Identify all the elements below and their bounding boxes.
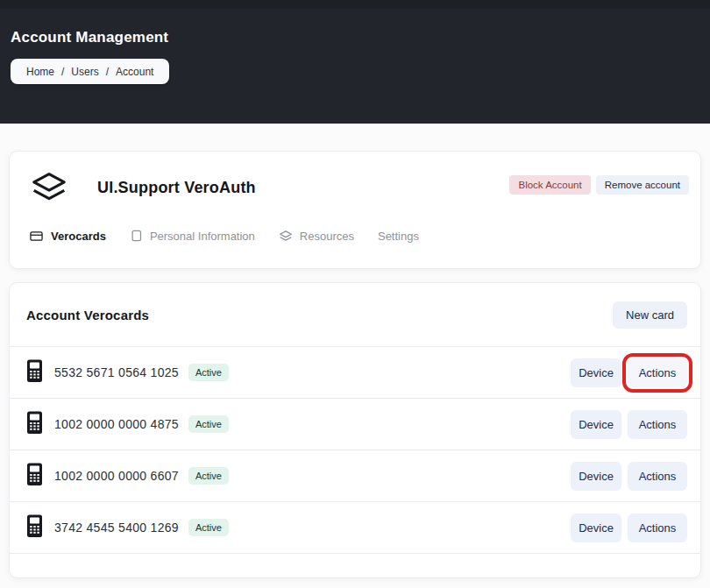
actions-button[interactable]: Actions [628, 462, 687, 491]
card-number: 3742 4545 5400 1269 [54, 521, 179, 535]
verocards-card: Account Verocards New card 5532 5671 056… [9, 282, 701, 578]
credit-card-icon [29, 230, 44, 243]
status-badge: Active [188, 519, 229, 536]
new-card-button[interactable]: New card [613, 301, 687, 329]
tab-settings[interactable]: Settings [378, 230, 419, 243]
actions-button-highlighted[interactable]: Actions [628, 358, 687, 387]
breadcrumb-separator: / [61, 66, 64, 78]
profile-tabs: Verocards Personal Information Resour [29, 229, 689, 243]
account-name: UI.Support VeroAuth [97, 179, 509, 197]
layers-logo-icon [29, 170, 69, 205]
actions-button[interactable]: Actions [628, 514, 687, 542]
device-button[interactable]: Device [571, 410, 621, 439]
breadcrumb: Home / Users / Account [11, 59, 169, 84]
profile-card: UI.Support VeroAuth Block Account Remove… [9, 151, 701, 269]
actions-button[interactable]: Actions [628, 410, 687, 439]
tab-label: Verocards [51, 230, 106, 243]
device-button[interactable]: Device [571, 358, 621, 387]
tab-verocards[interactable]: Verocards [29, 230, 106, 243]
file-icon [130, 229, 143, 243]
tab-resources[interactable]: Resources [279, 230, 354, 243]
verocard-row: 5532 5671 0564 1025 Active Device Action… [10, 347, 700, 399]
verocard-row: 1002 0000 0000 4875 Active Device Action… [10, 399, 700, 450]
tab-label: Settings [378, 230, 419, 243]
device-button[interactable]: Device [571, 462, 621, 491]
card-number: 1002 0000 0000 4875 [54, 417, 179, 431]
layers-icon [279, 230, 293, 243]
page-header: Account Management Home / Users / Accoun… [0, 0, 710, 124]
tab-personal-information[interactable]: Personal Information [130, 229, 255, 243]
breadcrumb-users[interactable]: Users [71, 66, 98, 78]
status-badge: Active [188, 415, 229, 433]
card-number: 1002 0000 0000 6607 [54, 469, 179, 483]
card-number: 5532 5671 0564 1025 [54, 365, 179, 379]
card-footer-spacer [10, 554, 700, 571]
status-badge: Active [188, 364, 229, 381]
calculator-icon [26, 359, 45, 386]
calculator-icon [26, 463, 45, 490]
verocard-row: 3742 4545 5400 1269 Active Device Action… [10, 502, 700, 554]
remove-account-button[interactable]: Remove account [596, 175, 689, 195]
tab-label: Personal Information [150, 230, 255, 243]
status-badge: Active [188, 467, 229, 485]
page-title: Account Management [11, 29, 699, 46]
block-account-button[interactable]: Block Account [509, 175, 590, 195]
breadcrumb-separator: / [106, 66, 109, 78]
main-content: UI.Support VeroAuth Block Account Remove… [0, 124, 710, 578]
verocard-row: 1002 0000 0000 6607 Active Device Action… [10, 450, 700, 502]
breadcrumb-home[interactable]: Home [26, 66, 54, 78]
breadcrumb-account: Account [116, 66, 153, 78]
calculator-icon [26, 411, 45, 438]
section-title: Account Verocards [26, 308, 149, 322]
tab-label: Resources [300, 230, 354, 243]
device-button[interactable]: Device [571, 514, 621, 542]
calculator-icon [26, 514, 45, 542]
